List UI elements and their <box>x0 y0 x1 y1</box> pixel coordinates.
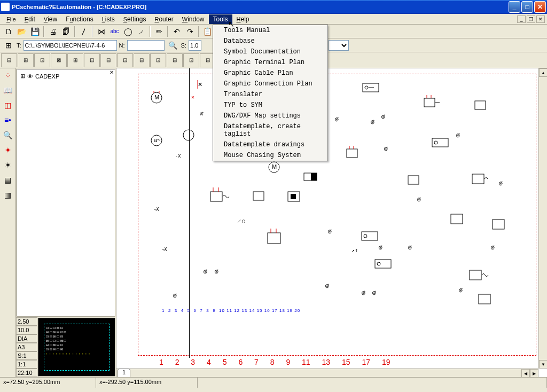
menu-functions[interactable]: Functions <box>61 14 98 24</box>
schematic-symbol[interactable]: ⊛⃗ <box>458 287 463 293</box>
note-icon[interactable]: ▥ <box>2 189 14 201</box>
new-button[interactable]: 🗋 <box>2 26 14 37</box>
menu-lists[interactable]: Lists <box>98 14 119 24</box>
hscrollbar[interactable]: 1 ◀ ▶ <box>116 369 538 377</box>
schematic-symbol[interactable] <box>374 259 394 270</box>
schematic-symbol[interactable]: ⊛⃗ <box>490 245 495 250</box>
schematic-symbol[interactable]: ⊛⃗ <box>372 290 376 296</box>
search-icon[interactable]: 🔍 <box>167 40 179 51</box>
schematic-symbol[interactable]: ⊸X <box>154 207 159 212</box>
schematic-symbol[interactable] <box>408 173 427 186</box>
scroll-left-icon[interactable]: ◀ <box>521 369 530 377</box>
menu-tools[interactable]: Tools <box>209 14 232 24</box>
schematic-symbol[interactable]: ⊛⃗ <box>327 229 332 234</box>
minimize-button[interactable]: _ <box>509 1 520 13</box>
vscrollbar[interactable]: ▲ ▼ <box>538 68 547 369</box>
copy-button[interactable]: 📋 <box>201 26 214 37</box>
schematic-symbol[interactable] <box>492 215 513 230</box>
tools-datatemplate-taglist[interactable]: Datatemplate, create taglist <box>213 121 327 139</box>
open-button[interactable]: 📂 <box>15 26 28 37</box>
schematic-symbol[interactable]: ⊛⃗ <box>498 181 503 186</box>
schematic-symbol[interactable]: ⟋○ <box>237 218 245 224</box>
printall-button[interactable]: 🗐 <box>60 26 72 37</box>
sym-6[interactable]: ⊡ <box>84 53 100 67</box>
schematic-symbol[interactable] <box>432 138 451 148</box>
schematic-symbol[interactable] <box>253 189 272 202</box>
schematic-symbol[interactable] <box>267 229 288 245</box>
line-tool[interactable]: 〳 <box>77 26 90 37</box>
schematic-symbol[interactable] <box>469 266 490 281</box>
circle-tool[interactable]: ◯ <box>122 26 134 37</box>
schematic-symbol[interactable]: ↗↑ <box>351 247 358 253</box>
tools-graphic-cable-plan[interactable]: Graphic Cable Plan <box>213 68 327 79</box>
schematic-symbol[interactable]: ⊛⃗ <box>361 290 365 296</box>
sym-11[interactable]: ⊟ <box>167 53 183 67</box>
book-icon[interactable]: 📖 <box>2 84 14 96</box>
schematic-symbol[interactable]: ⊛⃗ <box>325 283 329 289</box>
menu-settings[interactable]: Settings <box>119 14 151 24</box>
schematic-symbol[interactable]: ⊛⃗ <box>378 245 382 250</box>
pencil-tool[interactable]: ✏ <box>153 26 165 37</box>
schematic-symbol[interactable]: a~ <box>149 132 165 148</box>
schematic-symbol[interactable]: -X⃗ <box>175 154 181 159</box>
sym-8[interactable]: ⊡ <box>117 53 133 67</box>
schematic-symbol[interactable]: M <box>149 90 165 106</box>
dots-icon[interactable]: ⁘ <box>2 69 14 81</box>
dropdown-field[interactable] <box>329 40 349 51</box>
n-field[interactable] <box>127 40 165 51</box>
tree-root-node[interactable]: ⊞ 👁 CADEXP <box>19 72 113 81</box>
schematic-symbol[interactable] <box>303 173 323 183</box>
drawing-canvas[interactable]: M ✕ M a~ ✕ ✕⃗ -X⃗ ⊸X ⟋○ ⊛⃗ ⊛⃗ ⊛⃗ ⊛⃗ ⊛⃗ ⊛… <box>116 68 547 377</box>
sym-4[interactable]: ⊠ <box>51 53 67 67</box>
thumbnail-view[interactable]: ⊡ ⊟ ⊡ ⊠ ⊡⊟ ⊡ ⊠ ⊟ ⊡ ⊠⊡ ⊟ ⊠ ⊡ ⊟⊠ ⊡ ⊟ ⊡ ⊠ ⊡… <box>38 318 115 377</box>
maximize-button[interactable]: □ <box>521 1 533 13</box>
tools-symbol-documentation[interactable]: Symbol Documentation <box>213 46 327 57</box>
tools-datatemplate-drawings[interactable]: Datatemplate drawings <box>213 139 327 150</box>
page-tab[interactable]: 1 <box>118 369 130 377</box>
schematic-symbol[interactable]: ⊛⃗ <box>214 269 218 275</box>
tools-manual[interactable]: Tools Manual <box>213 25 327 36</box>
menu-router[interactable]: Router <box>150 14 177 24</box>
schematic-symbol[interactable] <box>346 146 365 160</box>
menu-window[interactable]: Window <box>178 14 209 24</box>
sym-12[interactable]: ⊡ <box>183 53 199 67</box>
menu-help[interactable]: Help <box>232 14 254 24</box>
schematic-symbol[interactable] <box>424 95 443 109</box>
scroll-up-icon[interactable]: ▲ <box>539 68 547 77</box>
tools-graphic-connection-plan[interactable]: Graphic Connection Plan <box>213 79 327 89</box>
target-icon[interactable]: ✦ <box>2 144 14 156</box>
mdi-restore[interactable]: ❐ <box>527 15 535 23</box>
menu-edit[interactable]: Edit <box>20 14 40 24</box>
save-button[interactable]: 💾 <box>29 26 41 37</box>
snap-icon[interactable]: ✶ <box>2 159 14 171</box>
tools-graphic-terminal-plan[interactable]: Graphic Terminal Plan <box>213 57 327 68</box>
mdi-minimize[interactable]: _ <box>517 15 526 23</box>
schematic-symbol[interactable]: ✕⃗ <box>199 111 204 117</box>
schematic-symbol[interactable]: M <box>266 159 282 175</box>
mdi-close[interactable]: ✕ <box>536 15 545 23</box>
schematic-symbol[interactable]: ⊛⃗ <box>203 269 207 275</box>
schematic-symbol[interactable] <box>287 187 309 202</box>
schematic-symbol[interactable] <box>474 98 494 112</box>
project-tree[interactable]: ✕ ⊞ 👁 CADEXP <box>17 69 115 317</box>
schematic-symbol[interactable] <box>210 187 231 202</box>
menu-view[interactable]: View <box>40 14 61 24</box>
sym-7[interactable]: ⊟ <box>100 53 116 67</box>
schematic-symbol[interactable]: ⊛⃗ <box>370 119 374 125</box>
scroll-down-icon[interactable]: ▼ <box>539 360 547 369</box>
schematic-symbol[interactable]: ⊛⃗ <box>417 197 421 202</box>
schematic-symbol[interactable]: ⊛⃗ <box>384 146 388 152</box>
redo-button[interactable]: ↷ <box>184 26 196 37</box>
schematic-symbol[interactable]: ✕ <box>191 94 194 100</box>
schematic-symbol[interactable]: ⊛⃗ <box>456 132 460 138</box>
schematic-symbol[interactable] <box>362 83 381 93</box>
tools-translater[interactable]: Translater <box>213 89 327 100</box>
t-field[interactable] <box>24 40 117 51</box>
schematic-symbol[interactable]: ⊛⃗ <box>408 245 412 250</box>
sym-2[interactable]: ⊞ <box>18 53 34 67</box>
symbol-tool[interactable]: ⋈ <box>95 26 107 37</box>
sym-1[interactable]: ⊟ <box>1 53 17 67</box>
sym-10[interactable]: ⊡ <box>150 53 166 67</box>
zoom-icon[interactable]: 🔍 <box>2 129 14 141</box>
schematic-symbol[interactable]: ✕ <box>197 79 207 90</box>
